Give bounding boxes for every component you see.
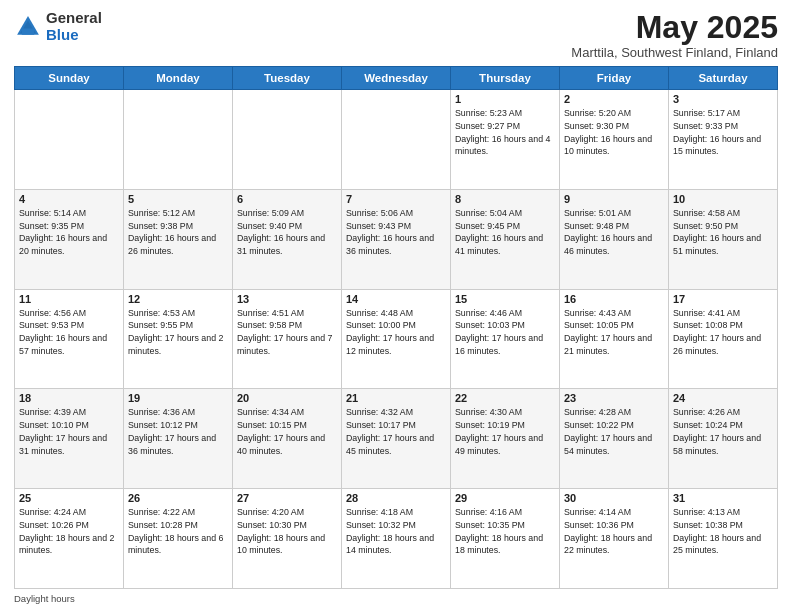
calendar-cell [124,90,233,190]
day-info: Sunrise: 5:04 AM Sunset: 9:45 PM Dayligh… [455,207,555,258]
day-info: Sunrise: 4:32 AM Sunset: 10:17 PM Daylig… [346,406,446,457]
day-number: 9 [564,193,664,205]
day-number: 13 [237,293,337,305]
logo-blue: Blue [46,27,102,44]
calendar-cell: 28Sunrise: 4:18 AM Sunset: 10:32 PM Dayl… [342,489,451,589]
calendar-cell: 21Sunrise: 4:32 AM Sunset: 10:17 PM Dayl… [342,389,451,489]
calendar-cell: 9Sunrise: 5:01 AM Sunset: 9:48 PM Daylig… [560,189,669,289]
header: General Blue May 2025 Marttila, Southwes… [14,10,778,60]
day-info: Sunrise: 5:23 AM Sunset: 9:27 PM Dayligh… [455,107,555,158]
month-year: May 2025 [571,10,778,45]
col-header-tuesday: Tuesday [233,67,342,90]
calendar-cell: 27Sunrise: 4:20 AM Sunset: 10:30 PM Dayl… [233,489,342,589]
footer-note: Daylight hours [14,593,778,604]
day-number: 15 [455,293,555,305]
day-number: 4 [19,193,119,205]
day-number: 27 [237,492,337,504]
title-block: May 2025 Marttila, Southwest Finland, Fi… [571,10,778,60]
day-number: 26 [128,492,228,504]
day-number: 19 [128,392,228,404]
calendar-cell: 7Sunrise: 5:06 AM Sunset: 9:43 PM Daylig… [342,189,451,289]
day-number: 14 [346,293,446,305]
calendar-table: SundayMondayTuesdayWednesdayThursdayFrid… [14,66,778,589]
day-number: 10 [673,193,773,205]
day-number: 31 [673,492,773,504]
calendar-cell: 8Sunrise: 5:04 AM Sunset: 9:45 PM Daylig… [451,189,560,289]
day-info: Sunrise: 4:22 AM Sunset: 10:28 PM Daylig… [128,506,228,557]
calendar-cell: 12Sunrise: 4:53 AM Sunset: 9:55 PM Dayli… [124,289,233,389]
col-header-wednesday: Wednesday [342,67,451,90]
day-info: Sunrise: 4:36 AM Sunset: 10:12 PM Daylig… [128,406,228,457]
calendar-cell: 29Sunrise: 4:16 AM Sunset: 10:35 PM Dayl… [451,489,560,589]
calendar-week-row: 11Sunrise: 4:56 AM Sunset: 9:53 PM Dayli… [15,289,778,389]
col-header-sunday: Sunday [15,67,124,90]
day-info: Sunrise: 4:30 AM Sunset: 10:19 PM Daylig… [455,406,555,457]
day-number: 25 [19,492,119,504]
calendar-week-row: 25Sunrise: 4:24 AM Sunset: 10:26 PM Dayl… [15,489,778,589]
day-number: 24 [673,392,773,404]
svg-rect-2 [22,28,34,34]
calendar-cell: 5Sunrise: 5:12 AM Sunset: 9:38 PM Daylig… [124,189,233,289]
col-header-saturday: Saturday [669,67,778,90]
calendar-cell [15,90,124,190]
day-number: 28 [346,492,446,504]
day-info: Sunrise: 5:17 AM Sunset: 9:33 PM Dayligh… [673,107,773,158]
day-number: 16 [564,293,664,305]
day-number: 23 [564,392,664,404]
day-info: Sunrise: 4:28 AM Sunset: 10:22 PM Daylig… [564,406,664,457]
calendar-cell: 1Sunrise: 5:23 AM Sunset: 9:27 PM Daylig… [451,90,560,190]
day-info: Sunrise: 4:26 AM Sunset: 10:24 PM Daylig… [673,406,773,457]
day-number: 5 [128,193,228,205]
day-info: Sunrise: 4:56 AM Sunset: 9:53 PM Dayligh… [19,307,119,358]
calendar-week-row: 4Sunrise: 5:14 AM Sunset: 9:35 PM Daylig… [15,189,778,289]
calendar-cell: 30Sunrise: 4:14 AM Sunset: 10:36 PM Dayl… [560,489,669,589]
calendar-cell: 22Sunrise: 4:30 AM Sunset: 10:19 PM Dayl… [451,389,560,489]
day-number: 12 [128,293,228,305]
day-info: Sunrise: 4:46 AM Sunset: 10:03 PM Daylig… [455,307,555,358]
day-number: 29 [455,492,555,504]
day-info: Sunrise: 4:41 AM Sunset: 10:08 PM Daylig… [673,307,773,358]
calendar-cell: 3Sunrise: 5:17 AM Sunset: 9:33 PM Daylig… [669,90,778,190]
calendar-cell: 11Sunrise: 4:56 AM Sunset: 9:53 PM Dayli… [15,289,124,389]
calendar-cell: 26Sunrise: 4:22 AM Sunset: 10:28 PM Dayl… [124,489,233,589]
calendar-cell: 31Sunrise: 4:13 AM Sunset: 10:38 PM Dayl… [669,489,778,589]
calendar-cell: 20Sunrise: 4:34 AM Sunset: 10:15 PM Dayl… [233,389,342,489]
day-info: Sunrise: 5:14 AM Sunset: 9:35 PM Dayligh… [19,207,119,258]
calendar-cell: 19Sunrise: 4:36 AM Sunset: 10:12 PM Dayl… [124,389,233,489]
day-info: Sunrise: 5:01 AM Sunset: 9:48 PM Dayligh… [564,207,664,258]
calendar-week-row: 18Sunrise: 4:39 AM Sunset: 10:10 PM Dayl… [15,389,778,489]
day-info: Sunrise: 5:09 AM Sunset: 9:40 PM Dayligh… [237,207,337,258]
day-info: Sunrise: 5:06 AM Sunset: 9:43 PM Dayligh… [346,207,446,258]
day-info: Sunrise: 4:18 AM Sunset: 10:32 PM Daylig… [346,506,446,557]
day-number: 3 [673,93,773,105]
day-number: 8 [455,193,555,205]
day-number: 30 [564,492,664,504]
col-header-friday: Friday [560,67,669,90]
calendar-cell [233,90,342,190]
day-number: 17 [673,293,773,305]
day-info: Sunrise: 4:39 AM Sunset: 10:10 PM Daylig… [19,406,119,457]
calendar-week-row: 1Sunrise: 5:23 AM Sunset: 9:27 PM Daylig… [15,90,778,190]
day-number: 11 [19,293,119,305]
calendar-cell [342,90,451,190]
calendar-cell: 25Sunrise: 4:24 AM Sunset: 10:26 PM Dayl… [15,489,124,589]
calendar-cell: 13Sunrise: 4:51 AM Sunset: 9:58 PM Dayli… [233,289,342,389]
calendar-cell: 15Sunrise: 4:46 AM Sunset: 10:03 PM Dayl… [451,289,560,389]
day-info: Sunrise: 5:12 AM Sunset: 9:38 PM Dayligh… [128,207,228,258]
day-info: Sunrise: 4:16 AM Sunset: 10:35 PM Daylig… [455,506,555,557]
calendar-cell: 16Sunrise: 4:43 AM Sunset: 10:05 PM Dayl… [560,289,669,389]
logo-icon [14,13,42,41]
logo-text: General Blue [46,10,102,43]
day-number: 20 [237,392,337,404]
calendar-cell: 10Sunrise: 4:58 AM Sunset: 9:50 PM Dayli… [669,189,778,289]
calendar-cell: 6Sunrise: 5:09 AM Sunset: 9:40 PM Daylig… [233,189,342,289]
day-number: 22 [455,392,555,404]
calendar-cell: 23Sunrise: 4:28 AM Sunset: 10:22 PM Dayl… [560,389,669,489]
day-info: Sunrise: 4:13 AM Sunset: 10:38 PM Daylig… [673,506,773,557]
day-info: Sunrise: 4:58 AM Sunset: 9:50 PM Dayligh… [673,207,773,258]
calendar-cell: 2Sunrise: 5:20 AM Sunset: 9:30 PM Daylig… [560,90,669,190]
day-number: 1 [455,93,555,105]
calendar-header-row: SundayMondayTuesdayWednesdayThursdayFrid… [15,67,778,90]
day-info: Sunrise: 4:14 AM Sunset: 10:36 PM Daylig… [564,506,664,557]
col-header-monday: Monday [124,67,233,90]
